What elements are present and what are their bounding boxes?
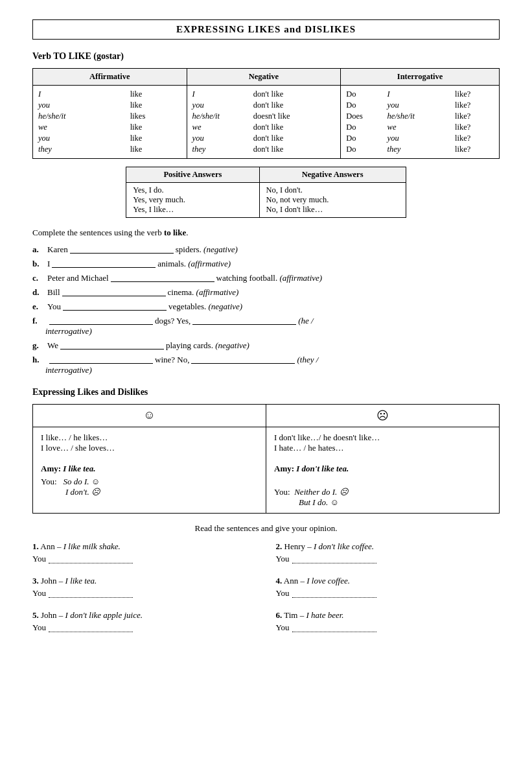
exercise-h: h. wine? No, (they / interrogative) [32,355,500,375]
negative-answers-header: Negative Answers [259,167,406,183]
ex-a-note: (negative) [203,244,238,255]
ex-e-note: (negative) [208,302,242,312]
amy-positive-label: Amy: I like tea. [41,464,95,473]
likes-dislikes-table: ☺ ☹ I like… / he likes… I love… / she lo… [32,404,500,514]
sentence-6-dots [292,623,376,632]
ex-g-text: We [47,340,58,351]
read-intro: Read the sentences and give your opinion… [32,523,500,534]
sentence-5-you-line: You [32,622,257,633]
you-negative: You: Neither do I. ☹ [274,487,491,497]
sentence-5-dots [49,623,133,632]
you-positive-label: You: [41,477,61,486]
ex-d-blank [62,287,166,296]
ex-c-after: watching football. [216,273,278,283]
ex-c-note: (affirmative) [279,273,322,283]
positive-phrase-1: I like… / he likes… [41,432,258,443]
you-positive-2: I don't. ☹ [65,487,100,497]
ex-label-c: c. [32,273,45,283]
sentence-1-you-line: You [32,554,257,564]
ex-label-a: a. [32,244,45,255]
ex-h-blank1 [49,355,153,364]
conjugation-table: Affirmative Negative Interrogative Ilike… [32,68,500,159]
exercise-intro: Complete the sentences using the verb to… [32,228,500,238]
positive-answers-header: Positive Answers [126,167,259,183]
sentence-3-dots [49,589,133,598]
ex-g-after: playing cards. [166,340,213,351]
sentence-3-text: 3. John – I like tea. [32,576,257,586]
sentence-6-you-line: You [276,622,500,633]
ex-a-text: Karen [47,244,68,255]
sentence-3-you-line: You [32,588,257,598]
positive-answers-cell: Yes, I do. Yes, very much. Yes, I like… [126,183,259,218]
section3-heading: Expressing Likes and Dislikes [32,387,500,397]
sentence-4: 4. Ann – I love coffee. You [276,576,500,598]
ex-b-blank [52,259,156,268]
smiley-positive: ☺ [33,405,266,427]
negative-phrases-cell: I don't like…/ he doesn't like… I hate… … [266,427,500,514]
sentence-2-text: 2. Henry – I don't like coffee. [276,541,500,552]
answers-table: Positive Answers Negative Answers Yes, I… [126,167,406,218]
exercise-c: c. Peter and Michael watching football. … [32,273,500,283]
ex-f-blank2 [192,316,296,325]
ex-label-e: e. [32,302,45,312]
exercise-b: b. I animals. (affirmative) [32,259,500,269]
ex-b-after: animals. [157,259,186,269]
ex-d-text: Bill [47,287,60,298]
sentence-4-you-line: You [276,588,500,598]
positive-phrase-2: I love… / she loves… [41,443,258,453]
exercise-g: g. We playing cards. (negative) [32,340,500,351]
ex-g-blank [60,340,164,349]
ex-e-text: You [47,302,61,312]
sentence-2: 2. Henry – I don't like coffee. You [276,541,500,564]
ex-g-note: (negative) [215,340,249,351]
col-negative: Negative [187,69,341,86]
positive-phrases-cell: I like… / he likes… I love… / she loves…… [33,427,266,514]
sentence-5: 5. John – I don't like apple juice. You [32,610,257,633]
ex-f-note2: interrogative) [32,326,500,337]
ex-a-blank [70,244,174,254]
ex-d-note: (affirmative) [196,287,239,298]
smiley-negative: ☹ [266,405,500,427]
positive-answer-2: Yes, very much. [133,195,252,205]
ex-b-note: (affirmative) [188,259,231,269]
sentence-4-dots [292,589,376,598]
ex-e-blank [63,302,167,311]
sentence-6-text: 6. Tim – I hate beer. [276,610,500,621]
you-negative-label: You: [274,487,292,497]
exercise-list: a. Karen spiders. (negative) b. I animal… [32,244,500,375]
ex-d-after: cinema. [168,287,194,298]
sentence-5-text: 5. John – I don't like apple juice. [32,610,257,621]
exercise-d: d. Bill cinema. (affirmative) [32,287,500,298]
ex-f-blank1 [49,316,153,325]
you-positive: You: So do I. ☺ [41,477,258,487]
col-interrogative: Interrogative [341,69,500,86]
ex-label-h: h. [32,355,45,365]
sentence-1: 1. Ann – I like milk shake. You [32,541,257,564]
you-positive-1: So do I. ☺ [63,477,100,486]
col-affirmative: Affirmative [33,69,187,86]
sentence-2-dots [292,554,376,563]
ex-h-blank2 [191,355,295,364]
negative-answer-2: No, not very much. [266,195,399,205]
ex-e-after: vegetables. [168,302,206,312]
interrogative-cell: DoIlike? Doyoulike? Doeshe/she/itlike? D… [341,86,500,159]
ex-f-note: (he / [298,316,313,326]
negative-answers-cell: No, I don't. No, not very much. No, I do… [259,183,406,218]
ex-label-d: d. [32,287,45,298]
ex-label-b: b. [32,259,45,269]
sentence-3: 3. John – I like tea. You [32,576,257,598]
section1-heading: Verb TO LIKE (gostar) [32,51,500,62]
sentence-1-text: 1. Ann – I like milk shake. [32,541,257,552]
you-negative-1: Neither do I. ☹ [294,487,348,497]
ex-label-g: g. [32,340,45,351]
sentence-1-dots [49,554,133,563]
negative-phrase-1: I don't like…/ he doesn't like… [274,432,491,443]
positive-answer-3: Yes, I like… [133,205,252,215]
ex-h-after: wine? No, [155,355,189,365]
negative-phrase-2: I hate… / he hates… [274,443,491,453]
amy-negative: Amy: I don't like tea. [274,464,491,474]
sentence-6: 6. Tim – I hate beer. You [276,610,500,633]
ex-c-blank [111,273,214,282]
sentence-4-text: 4. Ann – I love coffee. [276,576,500,586]
ex-label-f: f. [32,316,45,326]
